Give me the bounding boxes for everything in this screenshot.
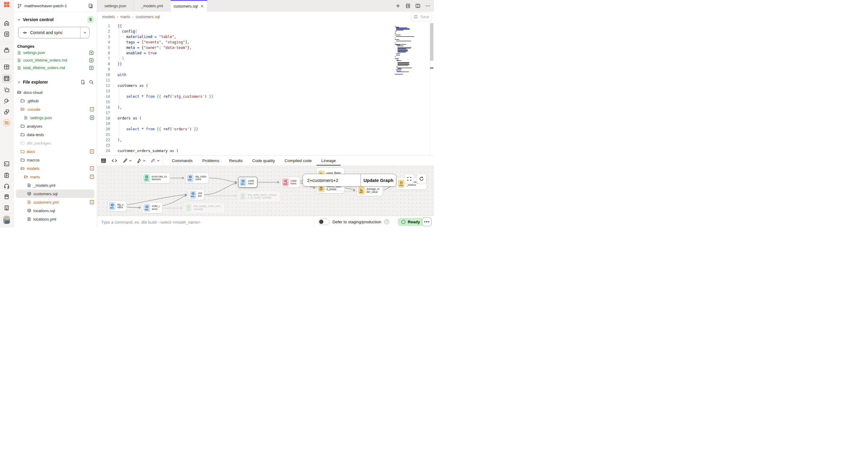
- branch-row[interactable]: matthewshaver-patch-1: [13, 0, 97, 12]
- dot-box-icon[interactable]: [90, 174, 94, 179]
- dot-box-icon[interactable]: [90, 107, 94, 112]
- code-editor-rail-button[interactable]: [2, 74, 11, 83]
- dbt-logo-icon[interactable]: [3, 1, 10, 8]
- help-icon[interactable]: ?: [384, 219, 389, 224]
- copy-icon[interactable]: [88, 3, 93, 8]
- fullscreen-icon[interactable]: [404, 174, 414, 184]
- tree-item-docs[interactable]: docs: [16, 147, 94, 156]
- panel-tab-code-quality[interactable]: Code quality: [247, 156, 280, 166]
- dbt-copilot-icon[interactable]: [3, 119, 10, 126]
- change-item[interactable]: settings.json: [17, 49, 94, 56]
- commit-and-sync-button[interactable]: Commit and sync: [18, 27, 90, 38]
- tree-item-data-tests[interactable]: data-tests: [16, 130, 94, 139]
- tree-item--vscode[interactable]: .vscode: [16, 105, 94, 113]
- new-file-icon[interactable]: [81, 80, 85, 84]
- tab-customers-sql[interactable]: customers.sql: [170, 0, 207, 11]
- dot-box-icon[interactable]: [90, 200, 94, 205]
- lineage-node-ecom-raw-customers[interactable]: SRCecom.raw_customers: [142, 173, 170, 183]
- tab--models-yml[interactable]: _models.yml: [134, 0, 170, 11]
- magic-wand-icon[interactable]: [150, 156, 160, 166]
- command-input[interactable]: [101, 216, 310, 227]
- compare-windows-icon[interactable]: [3, 109, 10, 115]
- tree-item--models-yml[interactable]: _models.yml: [16, 181, 94, 190]
- lineage-selector-input[interactable]: 2+customers+2: [303, 174, 361, 186]
- tab-overflow-icon[interactable]: [425, 3, 430, 8]
- dot-box-icon[interactable]: [90, 149, 94, 154]
- version-control-header[interactable]: Version control 5: [17, 16, 94, 24]
- code-line: 23: [97, 143, 434, 148]
- breadcrumb-item[interactable]: marts: [120, 15, 130, 19]
- panel-tab-compiled-code[interactable]: Compiled code: [280, 156, 316, 166]
- file-explorer-header[interactable]: File explorer: [17, 78, 94, 86]
- panel-tab-problems[interactable]: Problems: [197, 156, 224, 166]
- dot-box-icon[interactable]: [90, 166, 94, 171]
- file-outline-icon[interactable]: [405, 3, 410, 8]
- defer-toggle[interactable]: [318, 219, 330, 225]
- tree-item-settings-json[interactable]: settings.json: [16, 113, 94, 122]
- editor-scrollbar[interactable]: [430, 23, 433, 61]
- save-button[interactable]: Save: [411, 12, 432, 22]
- panel-tab-results[interactable]: Results: [224, 156, 247, 166]
- tab-settings-json[interactable]: settings.json: [97, 0, 134, 11]
- close-icon[interactable]: [200, 4, 204, 8]
- canvas-frame-icon[interactable]: [3, 87, 10, 93]
- results-table-icon[interactable]: [101, 156, 106, 166]
- tree-item-locations-sql[interactable]: locations.sql: [16, 206, 94, 215]
- user-avatar[interactable]: [3, 216, 10, 223]
- terminal-icon[interactable]: [3, 161, 10, 167]
- code-icon[interactable]: [112, 156, 117, 166]
- explore-search-icon[interactable]: [3, 98, 10, 105]
- dashboard-icon[interactable]: [3, 64, 10, 70]
- lineage-node-test-order-items-compute-to-bools-correctly[interactable]: TSTtest_order_items_compute_to_bools_cor…: [238, 191, 280, 202]
- tree-item-customers-sql[interactable]: customers.sql: [16, 190, 94, 198]
- tree-item--github[interactable]: .github: [16, 96, 94, 105]
- more-options-button[interactable]: [422, 217, 432, 226]
- format-pen-icon[interactable]: [122, 156, 132, 166]
- lineage-node-stg-orders[interactable]: MDLstg_orders: [107, 201, 127, 211]
- tree-item-dbt-packages[interactable]: dbt_packages: [16, 139, 94, 147]
- split-editor-icon[interactable]: [415, 3, 421, 8]
- lineage-node-order-items[interactable]: MDLorder_items: [142, 202, 162, 213]
- status-badge[interactable]: Ready: [398, 218, 424, 226]
- change-item[interactable]: count_lifetime_orders.md: [17, 56, 94, 64]
- lineage-node-customers[interactable]: MDLcustomers: [238, 177, 257, 188]
- notebook-icon[interactable]: [3, 31, 10, 37]
- home-icon[interactable]: [3, 20, 10, 27]
- database-icon[interactable]: [3, 193, 10, 200]
- plus-box-icon[interactable]: [90, 115, 94, 120]
- minimap[interactable]: [395, 26, 418, 70]
- tree-item-macros[interactable]: macros: [16, 156, 94, 164]
- folder-icon: [21, 158, 25, 162]
- tree-item-analyses[interactable]: analyses: [16, 122, 94, 130]
- plus-box-icon[interactable]: [89, 50, 94, 55]
- panel-tab-lineage[interactable]: Lineage: [316, 156, 341, 166]
- code-editor[interactable]: 1{{2 config(3 materialized = "table",4 t…: [97, 22, 434, 155]
- lineage-node-orders[interactable]: MDLorders: [188, 189, 204, 200]
- commit-options-dropdown[interactable]: [80, 27, 89, 38]
- tree-item-models[interactable]: models: [16, 164, 94, 173]
- tree-item-marts[interactable]: marts: [16, 173, 94, 181]
- panel-tab-commands[interactable]: Commands: [167, 156, 197, 166]
- lineage-node-average-order-value[interactable]: METaverage_order_value: [356, 185, 383, 196]
- checklist-icon[interactable]: [3, 172, 10, 179]
- plus-box-icon[interactable]: [89, 65, 94, 70]
- breadcrumb-item[interactable]: customers.sql: [135, 15, 160, 19]
- new-tab-icon[interactable]: [396, 3, 401, 8]
- breadcrumb-item[interactable]: models: [102, 15, 115, 19]
- search-icon[interactable]: [89, 80, 94, 84]
- tree-item-docs-cloud[interactable]: docs-cloud: [16, 88, 94, 96]
- refresh-icon[interactable]: [416, 174, 427, 184]
- lineage-canvas[interactable]: SRCecom.raw_customersMDLstg_customersMDL…: [97, 166, 434, 216]
- archive-icon[interactable]: [3, 47, 10, 53]
- tree-item-locations-yml[interactable]: locations.yml: [16, 215, 94, 223]
- update-graph-button[interactable]: Update Graph: [361, 174, 396, 186]
- tree-item-customers-yml[interactable]: customers.yml: [16, 198, 94, 206]
- change-item[interactable]: total_lifetime_orders.md: [17, 64, 94, 72]
- building-icon[interactable]: [3, 205, 10, 211]
- lineage-node-test-supply-costs-sum-correctly[interactable]: TSTtest_supply_costs_sum_correctly: [184, 202, 225, 213]
- lint-pen-icon[interactable]: [136, 156, 146, 166]
- plus-box-icon[interactable]: [89, 58, 94, 63]
- headset-icon[interactable]: [3, 183, 10, 190]
- lineage-node-stg-customers[interactable]: MDLstg_customers: [185, 173, 209, 183]
- lineage-node-customers[interactable]: SEMcustomers: [281, 177, 300, 188]
